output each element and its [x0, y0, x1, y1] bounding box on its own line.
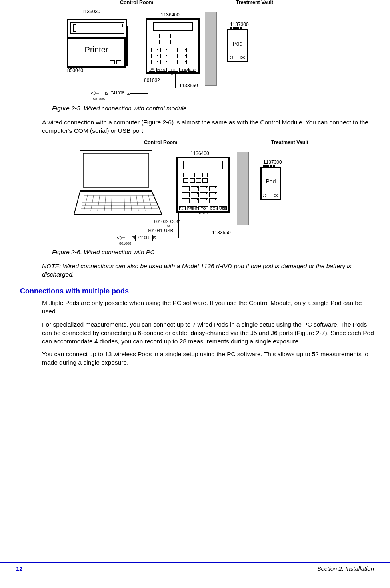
part-1133550: 1133550 — [179, 82, 198, 89]
figure-2-6-caption: Figure 2-6. Wired connection with PC — [52, 248, 374, 257]
printer-label: Printer — [68, 44, 124, 55]
label-control-room2: Control Room — [144, 139, 177, 146]
part-1136400-2: 1136400 — [190, 150, 209, 157]
pod-box-2: Pod J5 DC — [260, 167, 281, 200]
section-heading-connections: Connections with multiple pods — [20, 286, 374, 296]
label-treatment-vault: Treatment Vault — [236, 0, 273, 6]
part-1136400: 1136400 — [161, 12, 180, 18]
body-text-3: For specialized measurements, you can co… — [42, 321, 374, 346]
section-label: Section 2. Installation — [317, 565, 374, 573]
note-text: NOTE: Wired connections can also be used… — [42, 262, 374, 279]
part-1136030: 1136030 — [82, 8, 100, 15]
body-text-4: You can connect up to 13 wireless Pods i… — [42, 350, 374, 367]
svg-rect-2 — [83, 153, 149, 187]
part-801008-2: 801008 — [119, 241, 131, 246]
body-text-1: A wired connection with a computer (Figu… — [42, 118, 374, 135]
part-741008-2: 741008 — [135, 235, 153, 241]
part-801032: 801032 — [144, 77, 160, 84]
plug-icon — [90, 90, 99, 96]
figure-2-6-diagram: Control Room Treatment Vault — [72, 140, 344, 246]
figure-2-5-diagram: Control Room Treatment Vault 1136030 Pri… — [60, 0, 308, 102]
control-left-box: Printer — [67, 19, 127, 66]
figure-2-5-caption: Figure 2-5. Wired connection with contro… — [52, 104, 374, 113]
module-box: +18V DC PRINTER TO INST. COM USB — [146, 18, 200, 74]
page-number: 12 — [16, 565, 23, 573]
part-1133550-2: 1133550 — [212, 229, 231, 236]
label-treatment-vault2: Treatment Vault — [271, 139, 308, 146]
wall-barrier — [205, 12, 217, 86]
pod-box: Pod J5 DC — [227, 29, 248, 62]
body-text-2: Multiple Pods are only possible when usi… — [42, 299, 374, 316]
label-control-room: Control Room — [120, 0, 153, 6]
part-801041-usb: 801041-USB — [148, 228, 173, 234]
wall-barrier-2 — [237, 152, 249, 225]
part-801008: 801008 — [93, 96, 105, 101]
page-footer: 12 Section 2. Installation — [0, 562, 390, 573]
part-741008: 741008 — [109, 90, 126, 96]
plug-icon-2 — [116, 235, 125, 241]
part-850040: 850040 — [67, 67, 83, 74]
